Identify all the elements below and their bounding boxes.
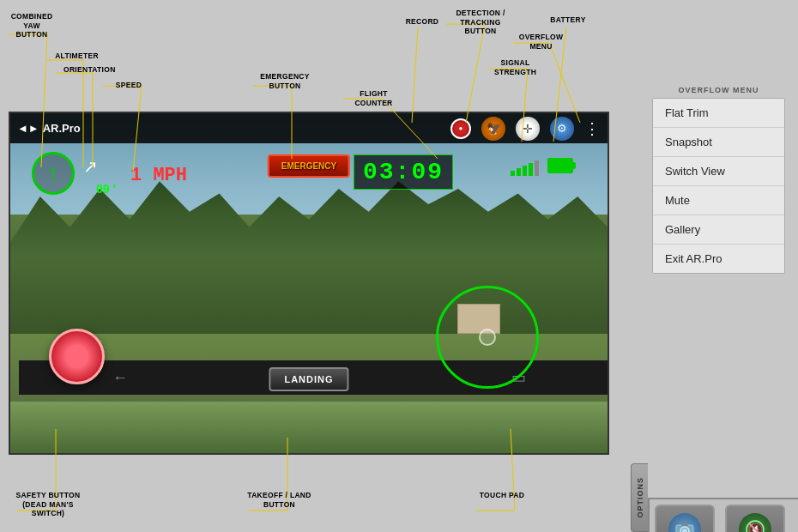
logo-arrows: ◄► bbox=[17, 122, 39, 135]
ann-overflow: OVERFLOWMENU bbox=[513, 33, 569, 51]
takeoff-label: LANDING bbox=[284, 374, 333, 384]
svg-line-31 bbox=[412, 27, 418, 123]
overflow-item-mute[interactable]: Mute bbox=[653, 186, 784, 215]
signal-strength bbox=[511, 160, 539, 176]
orientation-arrow-icon: ↗ bbox=[83, 157, 98, 176]
signal-bar-2 bbox=[517, 168, 521, 176]
drone-view: ◄► AR.Pro ● 🦅 ✛ ⚙ ⋮ bbox=[9, 112, 609, 455]
altitude-display: 09 ' bbox=[96, 182, 116, 196]
snapshot-icon bbox=[668, 513, 701, 533]
overflow-item-switch-view[interactable]: Switch View bbox=[653, 157, 784, 186]
ann-detection: DETECTION /TRACKINGBUTTON bbox=[438, 9, 523, 36]
combined-yaw-indicator: ↑ bbox=[32, 152, 79, 199]
maneuver-button[interactable]: ✛ bbox=[516, 117, 540, 141]
record-button[interactable]: ● bbox=[450, 118, 471, 139]
option-snapshot-button[interactable]: SNAPSHOT bbox=[655, 505, 715, 532]
signal-bar-1 bbox=[511, 171, 515, 176]
tracking-button[interactable]: 🦅 bbox=[481, 117, 505, 141]
ann-emergency: EMERGENCYBUTTON bbox=[259, 72, 311, 90]
options-handle-label: OPTIONS bbox=[636, 477, 644, 518]
top-bar-controls: ● 🦅 ✛ ⚙ ⋮ bbox=[450, 117, 601, 141]
ann-safety: SAFETY BUTTON(DEAD MAN'SSWITCH) bbox=[14, 491, 82, 518]
overflow-item-gallery[interactable]: Gallery bbox=[653, 215, 784, 245]
signal-bar-5 bbox=[535, 160, 539, 176]
settings-button[interactable]: ⚙ bbox=[550, 117, 574, 141]
app-logo: ◄► AR.Pro bbox=[17, 122, 81, 135]
app-title: AR.Pro bbox=[43, 122, 81, 135]
takeoff-land-button[interactable]: LANDING bbox=[269, 367, 348, 391]
overflow-menu-title: OVERFLOW MENU bbox=[652, 86, 785, 94]
emergency-label: EMERGENCY bbox=[281, 161, 336, 171]
emergency-button[interactable]: EMERGENCY bbox=[268, 154, 350, 178]
yaw-arrow-icon: ↑ bbox=[47, 160, 59, 187]
touch-pad-center bbox=[479, 329, 496, 346]
top-bar: ◄► AR.Pro ● 🦅 ✛ ⚙ ⋮ bbox=[10, 113, 608, 143]
orientation-indicator: ↗ bbox=[83, 156, 98, 177]
overflow-menu-panel: OVERFLOW MENU Flat Trim Snapshot Switch … bbox=[652, 86, 785, 274]
overflow-item-snapshot[interactable]: Snapshot bbox=[653, 128, 784, 157]
safety-button[interactable] bbox=[49, 329, 105, 384]
touch-pad[interactable] bbox=[436, 286, 539, 389]
option-mute-button[interactable]: 🔇 MUTE bbox=[725, 505, 785, 532]
options-grid-container: SNAPSHOT 🔇 MUTE bbox=[648, 498, 798, 532]
flight-counter: 03:09 bbox=[354, 154, 453, 190]
ann-flight-counter: FLIGHTCOUNTER bbox=[350, 89, 397, 107]
svg-line-32 bbox=[466, 24, 485, 123]
ann-takeoff: TAKEOFF / LANDBUTTON bbox=[247, 491, 311, 509]
ann-combined-yaw: COMBINED YAWBUTTON bbox=[2, 12, 62, 39]
svg-rect-3 bbox=[681, 523, 688, 526]
battery-indicator bbox=[547, 158, 573, 173]
options-handle[interactable]: OPTIONS bbox=[631, 463, 648, 532]
options-grid: SNAPSHOT 🔇 MUTE bbox=[648, 498, 798, 532]
yaw-circle: ↑ bbox=[32, 152, 75, 195]
speed-display: 1 MPH bbox=[130, 165, 187, 186]
signal-bar-4 bbox=[529, 163, 533, 176]
overflow-item-exit[interactable]: Exit AR.Pro bbox=[653, 245, 784, 273]
ann-record: RECORD bbox=[403, 17, 441, 27]
overflow-menu-button[interactable]: ⋮ bbox=[584, 119, 601, 138]
overflow-menu-list: Flat Trim Snapshot Switch View Mute Gall… bbox=[652, 98, 785, 274]
overflow-item-flat-trim[interactable]: Flat Trim bbox=[653, 99, 784, 128]
ann-touchpad: TOUCH PAD bbox=[476, 491, 528, 500]
ann-altimeter: ALTIMETER bbox=[53, 51, 100, 61]
mute-icon: 🔇 bbox=[739, 513, 771, 533]
signal-bar-3 bbox=[523, 166, 527, 176]
ann-signal: SIGNALSTRENGTH bbox=[487, 58, 543, 76]
back-button[interactable]: ← bbox=[112, 369, 128, 387]
ann-battery: BATTERY bbox=[549, 15, 587, 25]
ann-speed: SPEED bbox=[112, 81, 146, 90]
ann-orientation: ORIENTATION bbox=[63, 65, 115, 75]
